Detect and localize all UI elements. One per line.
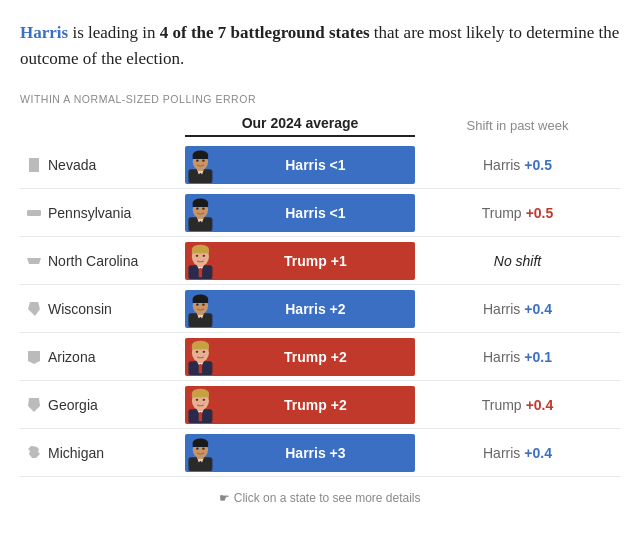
shift-value: +0.4 [524,301,552,317]
candidate-face [185,242,216,280]
svg-rect-32 [193,298,208,302]
svg-rect-58 [193,442,208,446]
col-avg-header: Our 2024 average [185,115,415,137]
state-shape-icon [20,156,48,174]
shift-cell: Harris +0.4 [415,445,620,461]
poll-bar: Harris +2 [185,290,415,328]
state-shape-icon [20,348,48,366]
svg-point-16 [202,207,205,209]
state-shape-icon [20,300,48,318]
svg-point-34 [202,303,205,305]
headline-bold: 4 of the 7 battleground states [160,23,370,42]
poll-bar: Trump +2 [185,338,415,376]
harris-name-highlight: Harris [20,23,68,42]
svg-rect-14 [193,202,208,206]
svg-point-26 [203,254,206,256]
svg-rect-24 [192,249,209,253]
svg-point-6 [196,159,199,161]
state-shape-icon [20,204,48,222]
footer-text: Click on a state to see more details [234,491,421,505]
poll-bar: Trump +2 [185,386,415,424]
shift-value: +0.5 [524,157,552,173]
svg-rect-8 [27,210,41,216]
shift-cell: Trump +0.4 [415,397,620,413]
svg-rect-41 [192,345,209,349]
state-name: Wisconsin [48,301,185,317]
svg-point-42 [196,350,199,352]
bar-label: Harris <1 [216,157,415,173]
shift-party-label: Harris [483,157,520,173]
state-name: Georgia [48,397,185,413]
poll-bar: Harris +3 [185,434,415,472]
state-name: Pennsylvania [48,205,185,221]
table-row[interactable]: Arizona Trump +2 Harris +0.1 [20,333,620,381]
candidate-face [185,434,216,472]
shift-value: +0.4 [524,445,552,461]
svg-marker-17 [27,258,41,264]
shift-cell: Trump +0.5 [415,205,620,221]
bar-label: Harris +3 [216,445,415,461]
candidate-face [185,338,216,376]
state-name: Arizona [48,349,185,365]
shift-party-label: Trump [482,397,522,413]
bar-label: Harris <1 [216,205,415,221]
svg-point-52 [203,398,206,400]
col-shift-header: Shift in past week [415,118,620,137]
state-name: Michigan [48,445,185,461]
bar-label: Harris +2 [216,301,415,317]
shift-cell: Harris +0.4 [415,301,620,317]
headline: Harris is leading in 4 of the 7 battlegr… [20,20,620,71]
section-label: Within a normal-sized polling error [20,93,620,105]
poll-bar: Harris <1 [185,146,415,184]
svg-point-15 [196,207,199,209]
table-row[interactable]: Georgia Trump +2 Trump +0.4 [20,381,620,429]
shift-party-label: Harris [483,349,520,365]
state-shape-icon [20,252,48,270]
table-row[interactable]: Michigan Harris +3 Harris +0.4 [20,429,620,477]
shift-cell: Harris +0.5 [415,157,620,173]
state-name: North Carolina [48,253,185,269]
svg-point-33 [196,303,199,305]
poll-bar: Harris <1 [185,194,415,232]
table-row[interactable]: Pennsylvania Harris <1 Trump +0.5 [20,189,620,237]
shift-cell: Harris +0.1 [415,349,620,365]
bar-label: Trump +1 [216,253,415,269]
candidate-face [185,146,216,184]
svg-point-25 [196,254,199,256]
candidate-face [185,194,216,232]
svg-rect-5 [193,154,208,158]
poll-bar: Trump +1 [185,242,415,280]
footer-cursor-icon: ☛ [219,491,230,505]
bar-label: Trump +2 [216,397,415,413]
shift-party-label: Harris [483,445,520,461]
shift-party-label: Trump [482,205,522,221]
candidate-face [185,290,216,328]
state-shape-icon [20,444,48,462]
shift-noshift: No shift [494,253,541,269]
footer: ☛ Click on a state to see more details [20,487,620,505]
svg-rect-50 [192,393,209,397]
headline-prefix: is leading in [68,23,160,42]
svg-point-43 [203,350,206,352]
svg-point-60 [202,447,205,449]
candidate-face [185,386,216,424]
shift-value: +0.4 [526,397,554,413]
shift-value: +0.5 [526,205,554,221]
state-name: Nevada [48,157,185,173]
svg-point-7 [202,159,205,161]
state-table: Nevada Harris <1 Harris +0.5 Pennsylvani… [20,141,620,477]
svg-point-51 [196,398,199,400]
shift-cell: No shift [415,253,620,269]
state-shape-icon [20,396,48,414]
table-header: Our 2024 average Shift in past week [20,115,620,137]
table-row[interactable]: North Carolina Trump +1 No shift [20,237,620,285]
bar-label: Trump +2 [216,349,415,365]
table-row[interactable]: Wisconsin Harris +2 Harris +0.4 [20,285,620,333]
shift-value: +0.1 [524,349,552,365]
table-row[interactable]: Nevada Harris <1 Harris +0.5 [20,141,620,189]
shift-party-label: Harris [483,301,520,317]
svg-point-59 [196,447,199,449]
